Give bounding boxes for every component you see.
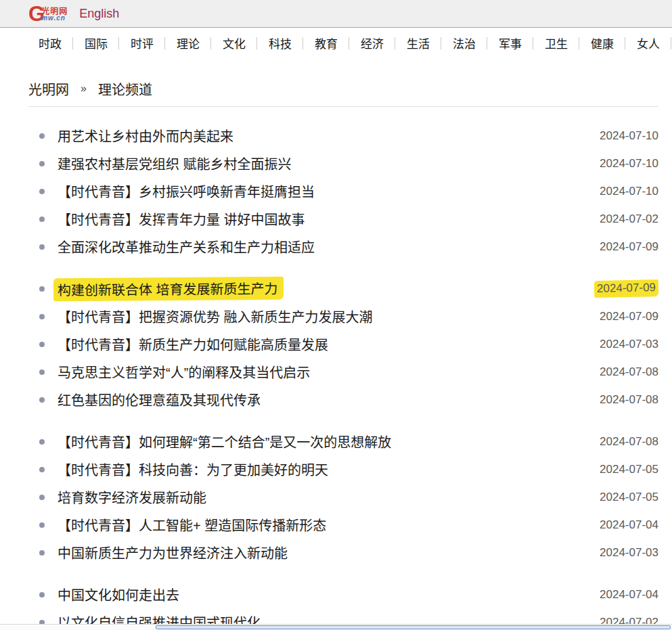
article-link[interactable]: 【时代青音】人工智能+ 塑造国际传播新形态 <box>58 515 326 535</box>
bullet-icon <box>39 397 45 403</box>
breadcrumb-site-link[interactable]: 光明网 <box>28 79 69 99</box>
article-date: 2024-07-09 <box>600 240 658 254</box>
article-date: 2024-07-05 <box>600 491 658 504</box>
article-section: 【时代青音】如何理解“第二个结合”是又一次的思想解放2024-07-08【时代青… <box>39 428 658 566</box>
nav-item-3[interactable]: 时评 <box>119 35 165 51</box>
article-row: 用艺术让乡村由外而内美起来2024-07-10 <box>39 122 658 150</box>
article-date: 2024-07-08 <box>600 435 658 449</box>
breadcrumb-channel-link[interactable]: 理论频道 <box>98 79 152 99</box>
article-row: 【时代青音】把握资源优势 融入新质生产力发展大潮2024-07-09 <box>39 302 658 330</box>
article-section: 中国文化如何走出去2024-07-04以文化自信自强推进中国式现代化2024-0… <box>39 581 658 630</box>
article-link[interactable]: 全面深化改革推动生产关系和生产力相适应 <box>58 237 315 256</box>
bullet-icon <box>39 133 45 139</box>
article-date: 2024-07-10 <box>600 129 658 143</box>
nav-item-8[interactable]: 经济 <box>349 35 395 51</box>
article-row: 马克思主义哲学对“人”的阐释及其当代启示2024-07-08 <box>39 358 658 386</box>
article-date: 2024-07-10 <box>600 157 658 171</box>
breadcrumb-separator: » <box>81 83 87 95</box>
nav-item-6[interactable]: 科技 <box>257 35 303 51</box>
article-link[interactable]: 【时代青音】新质生产力如何赋能高质量发展 <box>58 334 328 354</box>
article-date: 2024-07-04 <box>600 518 658 532</box>
article-link[interactable]: 用艺术让乡村由外而内美起来 <box>58 126 233 145</box>
bullet-icon <box>39 522 45 528</box>
bullet-icon <box>39 550 45 556</box>
article-row: 【时代青音】如何理解“第二个结合”是又一次的思想解放2024-07-08 <box>39 428 658 455</box>
article-row: 红色基因的伦理意蕴及其现代传承2024-07-08 <box>39 386 658 413</box>
gmw-logo[interactable]: G 光明网 mw.cn <box>28 3 68 24</box>
article-row: 【时代青音】科技向善：为了更加美好的明天2024-07-05 <box>39 455 658 483</box>
breadcrumb: 光明网 » 理论频道 <box>0 78 672 99</box>
article-date: 2024-07-03 <box>600 338 658 351</box>
nav-item-14[interactable]: 女人 <box>625 35 671 51</box>
article-link[interactable]: 中国新质生产力为世界经济注入新动能 <box>58 543 288 562</box>
nav-item-11[interactable]: 军事 <box>487 35 533 51</box>
article-date: 2024-07-05 <box>600 463 658 476</box>
article-date: 2024-07-04 <box>600 588 658 602</box>
article-date: 2024-07-09 <box>600 310 658 323</box>
article-link[interactable]: 建强农村基层党组织 赋能乡村全面振兴 <box>58 154 292 173</box>
english-link[interactable]: English <box>79 7 119 21</box>
main-nav: 时政国际时评理论文化科技教育经济生活法治军事卫生健康女人 <box>0 28 672 58</box>
bullet-icon <box>39 495 45 500</box>
article-link-highlighted[interactable]: 构建创新联合体 培育发展新质生产力 <box>53 276 284 301</box>
page: G 光明网 mw.cn English 时政国际时评理论文化科技教育经济生活法治… <box>0 0 672 630</box>
nav-item-4[interactable]: 理论 <box>165 35 211 51</box>
nav-item-1[interactable]: 时政 <box>27 35 73 51</box>
bullet-icon <box>39 467 45 472</box>
bullet-icon <box>39 369 45 375</box>
article-link[interactable]: 培育数字经济发展新动能 <box>58 487 206 507</box>
article-section: 构建创新联合体 培育发展新质生产力2024-07-09【时代青音】把握资源优势 … <box>39 275 658 413</box>
bullet-icon <box>39 244 45 250</box>
bullet-icon <box>39 189 45 194</box>
article-row: 构建创新联合体 培育发展新质生产力2024-07-09 <box>39 275 658 302</box>
article-date: 2024-07-10 <box>600 185 658 198</box>
bullet-icon <box>39 592 45 598</box>
bullet-icon <box>39 439 45 445</box>
article-link[interactable]: 中国文化如何走出去 <box>58 585 179 604</box>
nav-item-9[interactable]: 生活 <box>395 35 441 51</box>
horizontal-scrollbar[interactable] <box>0 624 672 630</box>
bullet-icon <box>39 161 45 166</box>
topbar: G 光明网 mw.cn English <box>0 0 672 28</box>
article-row: 【时代青音】人工智能+ 塑造国际传播新形态2024-07-04 <box>39 511 658 539</box>
article-date: 2024-07-03 <box>600 546 658 560</box>
article-date-highlighted: 2024-07-09 <box>594 279 658 298</box>
bullet-icon <box>39 314 45 319</box>
logo-domain-text: mw.cn <box>41 15 68 22</box>
horizontal-scrollbar-thumb[interactable] <box>156 625 671 629</box>
article-date: 2024-07-02 <box>600 212 658 226</box>
article-row: 建强农村基层党组织 赋能乡村全面振兴2024-07-10 <box>39 150 658 177</box>
article-row: 中国新质生产力为世界经济注入新动能2024-07-03 <box>39 539 658 566</box>
article-link[interactable]: 【时代青音】把握资源优势 融入新质生产力发展大潮 <box>58 307 373 326</box>
nav-item-13[interactable]: 健康 <box>579 35 625 51</box>
article-row: 培育数字经济发展新动能2024-07-05 <box>39 483 658 511</box>
article-link[interactable]: 【时代青音】科技向善：为了更加美好的明天 <box>58 459 328 479</box>
bullet-icon <box>39 286 45 292</box>
nav-item-7[interactable]: 教育 <box>303 35 349 51</box>
article-link[interactable]: 【时代青音】发挥青年力量 讲好中国故事 <box>58 209 305 229</box>
article-link[interactable]: 【时代青音】乡村振兴呼唤新青年挺膺担当 <box>58 181 315 201</box>
bullet-icon <box>39 217 45 222</box>
article-row: 【时代青音】乡村振兴呼唤新青年挺膺担当2024-07-10 <box>39 177 658 205</box>
article-date: 2024-07-08 <box>600 365 658 379</box>
nav-item-2[interactable]: 国际 <box>73 35 119 51</box>
article-section: 用艺术让乡村由外而内美起来2024-07-10建强农村基层党组织 赋能乡村全面振… <box>39 122 658 261</box>
article-link[interactable]: 马克思主义哲学对“人”的阐释及其当代启示 <box>58 362 310 382</box>
article-row: 中国文化如何走出去2024-07-04 <box>39 581 658 608</box>
article-link[interactable]: 红色基因的伦理意蕴及其现代传承 <box>58 390 261 409</box>
article-link[interactable]: 【时代青音】如何理解“第二个结合”是又一次的思想解放 <box>58 432 391 451</box>
article-list: 用艺术让乡村由外而内美起来2024-07-10建强农村基层党组织 赋能乡村全面振… <box>0 107 672 630</box>
nav-item-10[interactable]: 法治 <box>441 35 487 51</box>
logo-text-stack: 光明网 mw.cn <box>41 7 68 22</box>
article-date: 2024-07-08 <box>600 393 658 407</box>
article-row: 【时代青音】新质生产力如何赋能高质量发展2024-07-03 <box>39 330 658 358</box>
article-row: 全面深化改革推动生产关系和生产力相适应2024-07-09 <box>39 233 658 261</box>
bullet-icon <box>39 342 45 347</box>
nav-item-5[interactable]: 文化 <box>211 35 257 51</box>
nav-item-12[interactable]: 卫生 <box>533 35 579 51</box>
article-row: 【时代青音】发挥青年力量 讲好中国故事2024-07-02 <box>39 205 658 233</box>
